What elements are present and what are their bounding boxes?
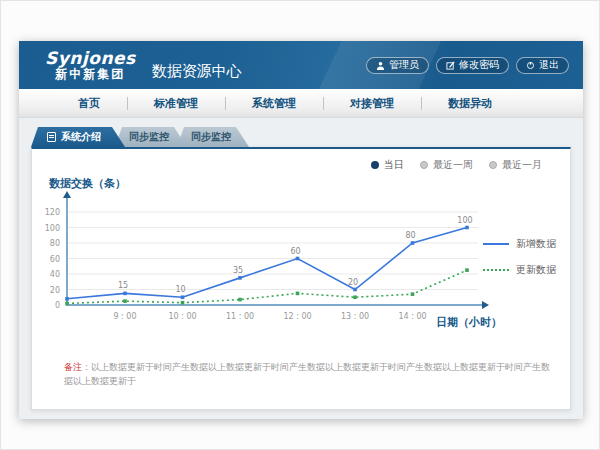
svg-text:80: 80 <box>405 231 415 240</box>
radio-1[interactable]: 最近一周 <box>420 158 473 172</box>
radio-2[interactable]: 最近一月 <box>489 158 542 172</box>
tab-bar: 系统介绍同步监控同步监控 <box>31 127 239 147</box>
app-window: Synjones 新中新集团 数据资源中心 管理员修改密码退出 首页标准管理系统… <box>19 41 583 419</box>
chart-legend: 新增数据更新数据 <box>483 237 556 277</box>
x-axis-title: 日期（小时） <box>436 315 502 330</box>
logout-button[interactable]: 退出 <box>516 57 569 74</box>
note-label: 备注 <box>64 362 82 372</box>
svg-text:12 : 00: 12 : 00 <box>283 312 311 321</box>
svg-text:10: 10 <box>175 285 185 294</box>
svg-text:14 : 00: 14 : 00 <box>398 312 426 321</box>
logo-chinese: 新中新集团 <box>45 68 136 81</box>
document-icon <box>47 132 56 142</box>
radio-dot <box>489 161 497 169</box>
legend-item-0[interactable]: 新增数据 <box>483 237 556 251</box>
radio-dot <box>420 161 428 169</box>
page-title: 数据资源中心 <box>152 62 242 81</box>
svg-text:9 : 00: 9 : 00 <box>113 312 136 321</box>
footer-note: 备注：以上数据更新于时间产生数据以上数据更新于时间产生数据以上数据更新于时间产生… <box>64 361 550 388</box>
svg-text:0: 0 <box>55 301 60 310</box>
tab-2[interactable]: 同步监控 <box>177 127 249 147</box>
svg-text:120: 120 <box>45 208 60 217</box>
svg-text:100: 100 <box>45 224 60 233</box>
nav-item-2[interactable]: 系统管理 <box>225 96 323 111</box>
app-header: Synjones 新中新集团 数据资源中心 管理员修改密码退出 <box>19 41 583 89</box>
page-background: Synjones 新中新集团 数据资源中心 管理员修改密码退出 首页标准管理系统… <box>0 0 600 450</box>
svg-text:80: 80 <box>50 239 60 248</box>
power-icon <box>526 61 535 70</box>
radio-dot <box>371 161 379 169</box>
note-text: ：以上数据更新于时间产生数据以上数据更新于时间产生数据以上数据更新于时间产生数据… <box>64 362 550 386</box>
admin-button[interactable]: 管理员 <box>366 57 429 74</box>
radio-0[interactable]: 当日 <box>371 158 404 172</box>
svg-text:15: 15 <box>118 281 128 290</box>
logo-english: Synjones <box>45 50 136 68</box>
svg-text:11 : 00: 11 : 00 <box>226 312 254 321</box>
user-toolbar: 管理员修改密码退出 <box>366 57 569 74</box>
nav-item-1[interactable]: 标准管理 <box>127 96 225 111</box>
svg-text:35: 35 <box>233 266 243 275</box>
nav-item-0[interactable]: 首页 <box>51 96 127 111</box>
time-range-filter: 当日最近一周最近一月 <box>371 158 542 172</box>
legend-line-sample <box>483 269 509 271</box>
tab-0[interactable]: 系统介绍 <box>31 127 125 147</box>
svg-text:60: 60 <box>290 247 300 256</box>
svg-text:20: 20 <box>50 286 60 295</box>
svg-text:20: 20 <box>348 278 358 287</box>
svg-text:10 : 00: 10 : 00 <box>168 312 196 321</box>
main-nav: 首页标准管理系统管理对接管理数据异动 <box>19 89 583 118</box>
svg-text:13 : 00: 13 : 00 <box>341 312 369 321</box>
content-panel: 当日最近一周最近一月 数据交换（条） 0204060801001209 : 00… <box>31 147 571 410</box>
svg-text:100: 100 <box>457 216 472 225</box>
user-icon <box>376 61 385 70</box>
nav-item-4[interactable]: 数据异动 <box>421 96 519 111</box>
legend-line-sample <box>483 243 509 245</box>
change-password-button[interactable]: 修改密码 <box>436 57 509 74</box>
company-logo: Synjones 新中新集团 <box>45 50 136 80</box>
svg-text:40: 40 <box>50 270 60 279</box>
tab-1[interactable]: 同步监控 <box>115 127 187 147</box>
legend-item-1[interactable]: 更新数据 <box>483 263 556 277</box>
svg-text:60: 60 <box>50 255 60 264</box>
edit-icon <box>446 61 455 70</box>
nav-item-3[interactable]: 对接管理 <box>323 96 421 111</box>
